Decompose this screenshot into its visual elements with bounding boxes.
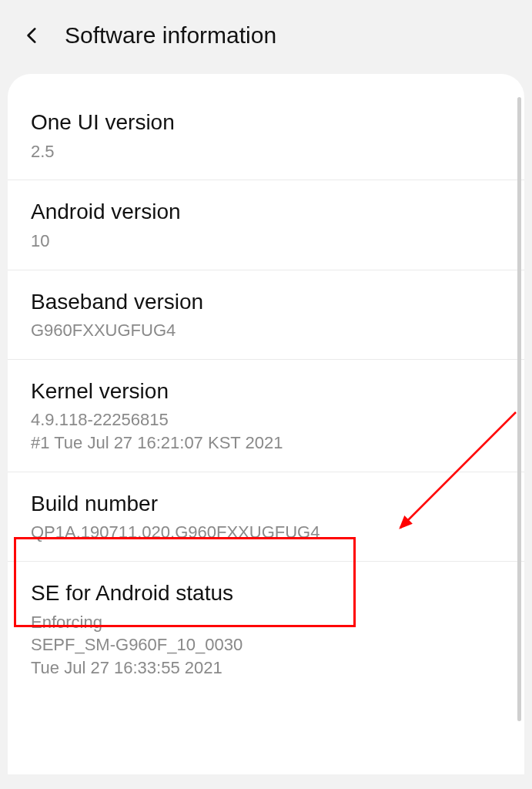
- header-bar: Software information: [0, 0, 532, 74]
- item-value: 10: [31, 230, 501, 253]
- item-one-ui-version[interactable]: One UI version 2.5: [8, 91, 524, 180]
- item-se-android-status[interactable]: SE for Android status Enforcing SEPF_SM-…: [8, 562, 524, 697]
- item-title: One UI version: [31, 109, 501, 136]
- item-build-number[interactable]: Build number QP1A.190711.020.G960FXXUGFU…: [8, 472, 524, 562]
- settings-card: One UI version 2.5 Android version 10 Ba…: [8, 74, 524, 774]
- item-baseband-version[interactable]: Baseband version G960FXXUGFUG4: [8, 270, 524, 360]
- back-button[interactable]: [15, 18, 49, 52]
- item-android-version[interactable]: Android version 10: [8, 180, 524, 270]
- item-title: SE for Android status: [31, 580, 501, 606]
- item-value: 4.9.118-22256815 #1 Tue Jul 27 16:21:07 …: [31, 408, 501, 454]
- item-title: Kernel version: [31, 378, 501, 405]
- item-title: Build number: [31, 491, 501, 517]
- item-value: 2.5: [31, 140, 501, 163]
- item-kernel-version[interactable]: Kernel version 4.9.118-22256815 #1 Tue J…: [8, 360, 524, 472]
- back-icon: [22, 25, 42, 45]
- item-title: Android version: [31, 199, 501, 225]
- item-title: Baseband version: [31, 289, 501, 315]
- item-value: G960FXXUGFUG4: [31, 319, 501, 342]
- item-value: Enforcing SEPF_SM-G960F_10_0030 Tue Jul …: [31, 611, 501, 680]
- page-title: Software information: [65, 22, 276, 49]
- item-value: QP1A.190711.020.G960FXXUGFUG4: [31, 521, 501, 544]
- scrollbar[interactable]: [517, 97, 521, 721]
